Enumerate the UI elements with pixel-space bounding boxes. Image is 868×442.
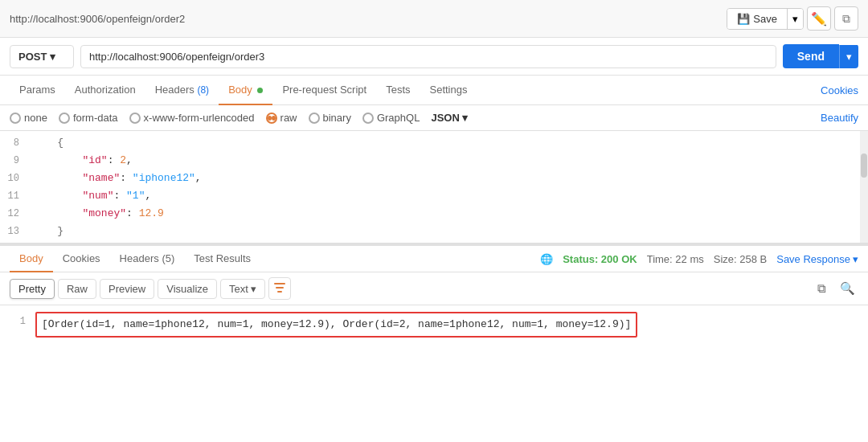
- size-text: Size: 258 B: [714, 253, 768, 265]
- response-tabs-bar: Body Cookies Headers (5) Test Results 🌐 …: [0, 246, 868, 272]
- radio-binary[interactable]: binary: [309, 112, 351, 124]
- headers-response-badge: (5): [162, 252, 174, 264]
- send-btn-group: Send ▾: [783, 44, 858, 68]
- chevron-down-icon: ▾: [50, 51, 55, 63]
- save-dropdown-button[interactable]: ▾: [787, 9, 803, 29]
- code-line-11: 11 "num": "1",: [0, 187, 868, 205]
- response-line-num: 1: [10, 312, 26, 338]
- code-line-10: 10 "name": "iphone12",: [0, 170, 868, 187]
- editor-scrollbar[interactable]: [860, 131, 868, 243]
- url-input[interactable]: [80, 45, 776, 68]
- edit-button[interactable]: ✏️: [807, 6, 831, 31]
- filter-icon: [273, 282, 286, 296]
- code-line-13: 13 }: [0, 223, 868, 240]
- copy-response-button[interactable]: ⧉: [810, 277, 833, 300]
- radio-raw-dot: [266, 113, 277, 124]
- copy-icon: ⧉: [842, 12, 850, 26]
- radio-none[interactable]: none: [10, 112, 47, 124]
- chevron-down-icon: ▾: [792, 13, 798, 25]
- body-dot: [257, 88, 263, 93]
- resp-raw-button[interactable]: Raw: [58, 279, 96, 299]
- save-btn-group: 💾 Save ▾: [727, 8, 804, 30]
- radio-binary-dot: [309, 113, 320, 124]
- status-text: Status: 200 OK: [563, 253, 637, 265]
- top-bar: http://localhost:9006/openfeign/order2 💾…: [0, 0, 868, 38]
- radio-form-data[interactable]: form-data: [59, 112, 118, 124]
- url-bar: POST ▾ Send ▾: [0, 38, 868, 76]
- tab-settings[interactable]: Settings: [420, 76, 477, 105]
- response-status-bar: 🌐 Status: 200 OK Time: 22 ms Size: 258 B…: [540, 253, 858, 265]
- method-select[interactable]: POST ▾: [10, 45, 74, 68]
- cookies-link[interactable]: Cookies: [821, 84, 858, 96]
- code-line-12: 12 "money": 12.9: [0, 205, 868, 223]
- code-editor[interactable]: 8 { 9 "id": 2, 10 "name": "iphone12", 11…: [0, 131, 868, 243]
- save-response-button[interactable]: Save Response ▾: [776, 253, 858, 265]
- resp-tab-body[interactable]: Body: [10, 246, 53, 272]
- response-toolbar: Pretty Raw Preview Visualize Text ▾ ⧉ 🔍: [0, 272, 868, 305]
- edit-icon: ✏️: [811, 11, 827, 27]
- response-output: 1 [Order(id=1, name=1phone12, num=1, mon…: [0, 305, 868, 344]
- top-bar-actions: 💾 Save ▾ ✏️ ⧉: [727, 6, 858, 31]
- send-button[interactable]: Send: [783, 44, 839, 68]
- tab-authorization[interactable]: Authorization: [65, 76, 145, 105]
- tab-params[interactable]: Params: [10, 76, 65, 105]
- radio-raw[interactable]: raw: [266, 112, 297, 124]
- response-section: Body Cookies Headers (5) Test Results 🌐 …: [0, 244, 868, 442]
- beautify-button[interactable]: Beautify: [821, 112, 858, 124]
- radio-urlencoded[interactable]: x-www-form-urlencoded: [129, 112, 255, 124]
- chevron-down-icon: ▾: [846, 51, 852, 63]
- resp-tab-headers[interactable]: Headers (5): [110, 246, 185, 272]
- chevron-down-icon: ▾: [853, 253, 858, 265]
- body-type-bar: none form-data x-www-form-urlencoded raw…: [0, 105, 868, 131]
- time-text: Time: 22 ms: [647, 253, 704, 265]
- top-bar-url: http://localhost:9006/openfeign/order2: [10, 13, 720, 25]
- editor-area: 8 { 9 "id": 2, 10 "name": "iphone12", 11…: [0, 131, 868, 244]
- chevron-down-icon: ▾: [462, 112, 468, 124]
- radio-none-dot: [10, 113, 21, 124]
- resp-tab-cookies[interactable]: Cookies: [53, 246, 110, 272]
- search-icon: 🔍: [840, 281, 855, 296]
- save-button[interactable]: 💾 Save: [727, 9, 787, 29]
- app-container: http://localhost:9006/openfeign/order2 💾…: [0, 0, 868, 442]
- resp-text-dropdown[interactable]: Text ▾: [220, 279, 265, 299]
- request-tabs: Params Authorization Headers (8) Body Pr…: [0, 76, 868, 105]
- tab-tests[interactable]: Tests: [376, 76, 420, 105]
- radio-graphql[interactable]: GraphQL: [362, 112, 420, 124]
- response-line-1: 1 [Order(id=1, name=1phone12, num=1, mon…: [10, 312, 858, 338]
- code-line-14: 14 ]: [0, 240, 868, 243]
- copy-button[interactable]: ⧉: [834, 6, 858, 31]
- response-line-content: [Order(id=1, name=1phone12, num=1, money…: [35, 312, 637, 338]
- json-format-dropdown[interactable]: JSON ▾: [431, 112, 467, 124]
- tab-pre-request[interactable]: Pre-request Script: [272, 76, 376, 105]
- chevron-down-icon: ▾: [251, 283, 256, 295]
- radio-form-data-dot: [59, 113, 70, 124]
- tab-headers[interactable]: Headers (8): [145, 76, 219, 105]
- radio-graphql-dot: [362, 113, 374, 124]
- tab-body[interactable]: Body: [219, 76, 272, 105]
- save-icon: 💾: [737, 13, 750, 25]
- code-line-8: 8 {: [0, 134, 868, 152]
- editor-scrollbar-thumb: [861, 153, 867, 178]
- filter-icon-button[interactable]: [268, 277, 291, 300]
- globe-icon: 🌐: [540, 253, 553, 265]
- copy-icon: ⧉: [817, 281, 826, 296]
- radio-urlencoded-dot: [129, 113, 141, 124]
- resp-preview-button[interactable]: Preview: [100, 279, 154, 299]
- resp-visualize-button[interactable]: Visualize: [158, 279, 217, 299]
- headers-badge: (8): [197, 84, 209, 96]
- search-response-button[interactable]: 🔍: [836, 277, 858, 300]
- send-dropdown-button[interactable]: ▾: [839, 45, 858, 68]
- resp-pretty-button[interactable]: Pretty: [10, 279, 55, 299]
- code-line-9: 9 "id": 2,: [0, 152, 868, 170]
- resp-tab-test-results[interactable]: Test Results: [184, 246, 260, 272]
